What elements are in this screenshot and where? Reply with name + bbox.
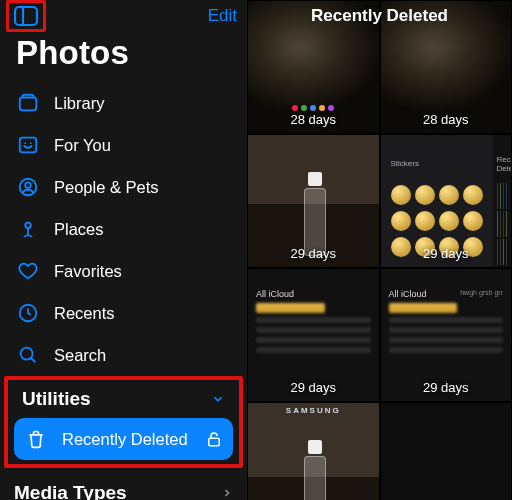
sidebar-item-label: For You xyxy=(54,136,111,155)
sidebar-item-label: Recently Deleted xyxy=(62,430,188,449)
sidebar-item-favorites[interactable]: Favorites xyxy=(6,250,241,292)
people-icon xyxy=(16,175,40,199)
sidebar-item-people-pets[interactable]: People & Pets xyxy=(6,166,241,208)
sidebar-toggle-button[interactable] xyxy=(13,5,39,27)
sidebar-item-recents[interactable]: Recents xyxy=(6,292,241,334)
thumb-caption: All iCloud xyxy=(256,289,371,299)
color-dots xyxy=(292,105,334,111)
sidebar-item-label: Library xyxy=(54,94,104,113)
thumb-caption: Recently Deleted xyxy=(497,155,508,165)
sidebar-item-label: Recents xyxy=(54,304,115,323)
sidebar-item-search[interactable]: Search xyxy=(6,334,241,376)
svg-point-5 xyxy=(25,182,31,188)
for-you-icon xyxy=(16,133,40,157)
photo-grid[interactable]: 28 days 28 days 29 days Stickers Recentl… xyxy=(247,0,512,500)
recents-icon xyxy=(16,301,40,325)
content-area: Recently Deleted 28 days 28 days 29 days… xyxy=(247,0,512,500)
photo-thumbnail[interactable] xyxy=(380,402,513,500)
svg-point-8 xyxy=(21,348,33,360)
sidebar-nav: Library For You People & Pets Places Fav… xyxy=(0,82,247,376)
sidebar-item-for-you[interactable]: For You xyxy=(6,124,241,166)
sidebar-topbar: Edit xyxy=(0,0,247,32)
section-title: Utilities xyxy=(22,388,91,410)
svg-rect-2 xyxy=(20,98,37,111)
days-remaining-label: 28 days xyxy=(248,112,379,127)
photo-thumbnail[interactable]: All iCloudhwgh grsb grr 29 days xyxy=(380,268,513,402)
photos-app: Edit Photos Library For You People & Pet… xyxy=(0,0,512,500)
photo-thumbnail[interactable]: All iCloud 29 days xyxy=(247,268,380,402)
sidebar-item-label: People & Pets xyxy=(54,178,159,197)
sidebar: Edit Photos Library For You People & Pet… xyxy=(0,0,247,500)
sidebar-item-label: Places xyxy=(54,220,104,239)
highlight-box-sidebar-toggle xyxy=(6,0,46,32)
thumb-caption: SAMSUNG xyxy=(286,406,341,415)
section-title: Media Types xyxy=(14,482,127,500)
days-remaining-label: 29 days xyxy=(381,380,512,395)
edit-button[interactable]: Edit xyxy=(208,6,237,26)
favorites-icon xyxy=(16,259,40,283)
sidebar-item-library[interactable]: Library xyxy=(6,82,241,124)
trash-icon xyxy=(24,427,48,451)
places-icon xyxy=(16,217,40,241)
section-media-types: Media Types xyxy=(0,474,247,500)
section-header-utilities[interactable]: Utilities xyxy=(8,380,239,416)
sidebar-item-label: Search xyxy=(54,346,106,365)
svg-rect-9 xyxy=(209,438,220,446)
thumb-caption: All iCloud xyxy=(389,289,427,299)
search-icon xyxy=(16,343,40,367)
content-title: Recently Deleted xyxy=(247,6,512,26)
days-remaining-label: 28 days xyxy=(381,112,512,127)
svg-rect-3 xyxy=(20,138,37,153)
days-remaining-label: 29 days xyxy=(248,246,379,261)
days-remaining-label: 29 days xyxy=(381,246,512,261)
unlock-icon xyxy=(205,430,223,448)
photo-thumbnail[interactable]: Stickers Recently Deleted 29 days xyxy=(380,134,513,268)
chevron-right-icon xyxy=(221,487,233,499)
bottle-graphic xyxy=(303,172,327,256)
sidebar-item-places[interactable]: Places xyxy=(6,208,241,250)
library-icon xyxy=(16,91,40,115)
photo-thumbnail[interactable]: SAMSUNG xyxy=(247,402,380,500)
thumb-caption: Stickers xyxy=(391,159,483,169)
chevron-down-icon xyxy=(211,392,225,406)
highlight-box-utilities: Utilities Recently Deleted xyxy=(4,376,243,468)
photo-thumbnail[interactable]: 29 days xyxy=(247,134,380,268)
section-header-media-types[interactable]: Media Types xyxy=(0,474,247,500)
days-remaining-label: 29 days xyxy=(248,380,379,395)
sidebar-icon xyxy=(13,5,39,27)
sidebar-item-label: Favorites xyxy=(54,262,122,281)
svg-rect-0 xyxy=(15,7,37,25)
svg-point-6 xyxy=(25,223,31,229)
sidebar-item-recently-deleted[interactable]: Recently Deleted xyxy=(14,418,233,460)
thumb-caption: hwgh grsb grr xyxy=(460,289,503,299)
app-title: Photos xyxy=(0,32,247,82)
bottle-graphic xyxy=(303,440,327,500)
